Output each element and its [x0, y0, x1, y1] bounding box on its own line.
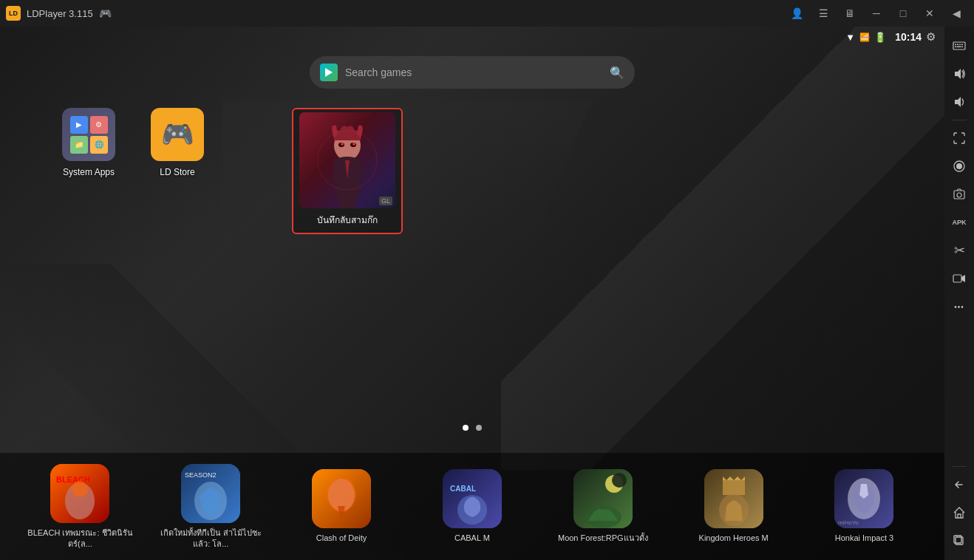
- wifi-icon: ▼: [845, 32, 855, 43]
- bottom-apps-bar: BLEACH BLEACH เทพมรณะ: ชีวิตนิรันดร์(ล..…: [0, 453, 944, 560]
- minimize-btn[interactable]: ─: [865, 3, 888, 24]
- ld-store-label: LD Store: [160, 167, 194, 179]
- display-btn[interactable]: 🖥: [838, 3, 862, 24]
- kingdom-heroes-icon: [704, 469, 763, 528]
- featured-app-inner[interactable]: GL บันทึกลับสามก๊ก: [292, 108, 403, 234]
- clash-of-deity-label: Clash of Deity: [316, 533, 367, 543]
- honkai-impact-icon: miHoYo: [834, 469, 893, 528]
- thai-game-icon: SEASON2: [181, 464, 240, 523]
- user-icon-btn[interactable]: 👤: [785, 3, 808, 24]
- titlebar: LD LDPlayer 3.115 🎮 👤 ☰ 🖥 ─ □ ✕ ◀: [0, 0, 974, 27]
- ld-logo: LD: [6, 6, 21, 21]
- sys-apps-grid: ▶ ⚙ 📁 🌐: [64, 110, 114, 160]
- svg-text:BLEACH: BLEACH: [56, 475, 90, 484]
- svg-text:CABAL: CABAL: [450, 485, 476, 493]
- cabal-m-label: CABAL M: [454, 533, 490, 543]
- featured-app-label: บันทึกลับสามก๊ก: [317, 213, 378, 230]
- sidebar-sep-1: [952, 120, 967, 120]
- featured-app[interactable]: GL บันทึกลับสามก๊ก: [292, 108, 403, 234]
- search-bar[interactable]: Search games 🔍: [310, 56, 635, 89]
- svg-rect-41: [953, 275, 961, 282]
- kingdom-heroes-label: Kingdom Heroes M: [699, 533, 769, 543]
- signal-off-icon: 📶: [859, 33, 870, 42]
- bottom-app-bleach[interactable]: BLEACH BLEACH เทพมรณะ: ชีวิตนิรันดร์(ล..…: [21, 464, 139, 549]
- pagination-dots: [463, 425, 482, 431]
- record-btn[interactable]: [947, 154, 971, 178]
- svg-point-40: [957, 193, 961, 197]
- sys-icon-1: ▶: [70, 116, 88, 134]
- svg-rect-31: [957, 44, 958, 46]
- search-input[interactable]: Search games: [345, 66, 602, 78]
- bottom-app-thai[interactable]: SEASON2 เกิดใหม่ทั้งทีกีเป็น ส่าไม้ไปซะแ…: [151, 464, 270, 549]
- moon-forest-label: Moon Forest:RPGแนวดั้ง: [558, 533, 648, 543]
- more-btn[interactable]: •••: [947, 295, 971, 318]
- bottom-app-moon[interactable]: Moon Forest:RPGแนวดั้ง: [544, 469, 662, 543]
- bottom-app-cabal[interactable]: CABAL CABAL M: [413, 469, 531, 543]
- svg-rect-24: [723, 480, 745, 495]
- bg-decoration-1: [501, 27, 944, 470]
- svg-text:SEASON2: SEASON2: [185, 471, 217, 479]
- svg-point-6: [353, 143, 355, 146]
- titlebar-controls: 👤 ☰ 🖥 ─ □ ✕ ◀: [785, 3, 968, 24]
- bleach-label: BLEACH เทพมรณะ: ชีวิตนิรันดร์(ล...: [21, 527, 139, 549]
- system-apps-label: System Apps: [63, 167, 115, 179]
- gl-badge: GL: [379, 197, 392, 205]
- volume-down-btn[interactable]: [947, 90, 971, 114]
- sys-icon-3: 📁: [70, 136, 88, 154]
- svg-point-21: [612, 473, 627, 488]
- search-bar-container: Search games 🔍: [310, 56, 635, 89]
- apk-btn[interactable]: APK: [947, 211, 971, 234]
- screenshot-btn[interactable]: [947, 182, 971, 206]
- close-btn[interactable]: ✕: [918, 3, 941, 24]
- svg-rect-36: [961, 47, 963, 48]
- svg-rect-32: [959, 44, 961, 46]
- bottom-app-clash[interactable]: Clash of Deity: [282, 469, 401, 543]
- volume-up-btn[interactable]: [947, 62, 971, 86]
- dot-2[interactable]: [476, 425, 482, 431]
- maximize-btn[interactable]: □: [891, 3, 915, 24]
- keyboard-btn[interactable]: [947, 34, 971, 58]
- battery-icon: 🔋: [874, 32, 886, 43]
- svg-rect-35: [957, 47, 961, 48]
- cabal-m-icon: CABAL: [443, 469, 502, 528]
- system-apps-image: ▶ ⚙ 📁 🌐: [62, 108, 115, 161]
- desktop-icons-area: ▶ ⚙ 📁 🌐 System Apps 🎮 LD Store: [59, 108, 207, 179]
- cut-btn[interactable]: ✂: [947, 239, 971, 262]
- svg-text:miHoYo: miHoYo: [838, 519, 859, 526]
- app-title: LDPlayer 3.115: [27, 8, 93, 19]
- video-btn[interactable]: [947, 267, 971, 290]
- bottom-app-kingdom[interactable]: Kingdom Heroes M: [675, 469, 793, 543]
- back-btn[interactable]: ◀: [944, 3, 968, 24]
- status-icons: ▼ 📶 🔋 10:14 ⚙: [845, 30, 936, 44]
- moon-forest-icon: [573, 469, 633, 528]
- android-recent-btn[interactable]: [947, 529, 971, 553]
- android-home-btn[interactable]: [947, 501, 971, 525]
- gamepad-icon: 🎮: [99, 7, 112, 19]
- titlebar-left: LD LDPlayer 3.115 🎮: [6, 6, 112, 21]
- menu-btn[interactable]: ☰: [811, 3, 835, 24]
- ld-store-icon[interactable]: 🎮 LD Store: [148, 108, 207, 179]
- search-icon[interactable]: 🔍: [610, 66, 624, 80]
- svg-rect-34: [955, 47, 956, 48]
- status-time: 10:14: [895, 31, 922, 43]
- dot-1[interactable]: [463, 425, 469, 431]
- system-apps-icon[interactable]: ▶ ⚙ 📁 🌐 System Apps: [59, 108, 118, 179]
- sys-icon-4: 🌐: [90, 136, 108, 154]
- settings-icon[interactable]: ⚙: [926, 30, 936, 44]
- bottom-app-honkai[interactable]: miHoYo Honkai Impact 3: [805, 469, 923, 543]
- svg-rect-29: [953, 42, 965, 49]
- bleach-icon: BLEACH: [50, 464, 109, 523]
- sidebar-sep-2: [952, 466, 967, 467]
- ld-store-image: 🎮: [151, 108, 204, 161]
- play-store-icon: [320, 64, 338, 81]
- right-sidebar: APK ✂ •••: [944, 27, 974, 560]
- svg-marker-0: [325, 68, 333, 77]
- android-display: ▼ 📶 🔋 10:14 ⚙ Search games 🔍 ▶ ⚙: [0, 27, 944, 560]
- svg-point-38: [956, 163, 962, 169]
- sys-icon-2: ⚙: [90, 116, 108, 134]
- android-status-bar: ▼ 📶 🔋 10:14 ⚙: [0, 27, 944, 47]
- android-back-btn[interactable]: [947, 473, 971, 496]
- svg-point-5: [341, 143, 344, 146]
- fullscreen-btn[interactable]: [947, 126, 971, 150]
- honkai-impact-label: Honkai Impact 3: [835, 533, 893, 543]
